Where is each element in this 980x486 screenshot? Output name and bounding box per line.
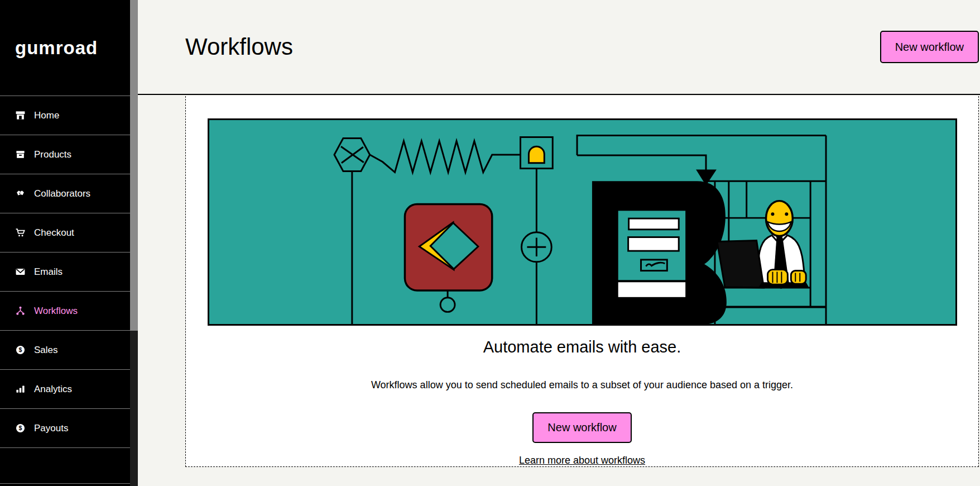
dollar-circle-icon: $ bbox=[15, 345, 26, 355]
archive-box-icon bbox=[15, 149, 26, 160]
sidebar-item-label: Products bbox=[34, 149, 71, 160]
workflow-icon bbox=[15, 306, 26, 316]
sidebar-item-label: Collaborators bbox=[34, 188, 90, 199]
new-workflow-button-empty-state[interactable]: New workflow bbox=[532, 412, 631, 443]
sidebar-nav: Home Products Collaborators Checkout bbox=[0, 96, 130, 484]
sidebar-item-label: Workflows bbox=[34, 306, 78, 317]
sidebar-item-products[interactable]: Products bbox=[0, 135, 130, 174]
page-header: Workflows New workflow bbox=[138, 0, 980, 95]
workflow-illustration bbox=[208, 118, 957, 326]
gumroad-app: gumroad Home Products Collaborators bbox=[0, 0, 980, 486]
sidebar-item-label: Analytics bbox=[34, 384, 72, 395]
sidebar-item-label: Sales bbox=[34, 345, 58, 356]
sidebar-item-label: Payouts bbox=[34, 423, 68, 434]
sidebar-item-payouts[interactable]: $ Payouts bbox=[0, 408, 130, 447]
new-workflow-button[interactable]: New workflow bbox=[880, 31, 979, 63]
sidebar-item-emails[interactable]: Emails bbox=[0, 252, 130, 291]
sidebar-item-label: Checkout bbox=[34, 227, 74, 239]
cart-icon bbox=[15, 227, 26, 238]
workflows-empty-state: Automate emails with ease. Workflows all… bbox=[185, 96, 979, 467]
main-area: Workflows New workflow bbox=[138, 0, 980, 486]
svg-text:$: $ bbox=[19, 425, 22, 431]
sidebar-spacer bbox=[0, 447, 130, 483]
sidebar-item-home[interactable]: Home bbox=[0, 96, 130, 135]
sidebar-item-collaborators[interactable]: Collaborators bbox=[0, 174, 130, 213]
sidebar: gumroad Home Products Collaborators bbox=[0, 0, 130, 486]
sidebar-bottom-divider bbox=[0, 483, 130, 484]
bar-chart-icon bbox=[15, 384, 26, 394]
storefront-icon bbox=[15, 110, 26, 121]
workflow-illustration-svg bbox=[209, 120, 955, 324]
empty-state-description: Workflows allow you to send scheduled em… bbox=[371, 379, 793, 391]
sidebar-scrollbar-track bbox=[130, 0, 138, 486]
sidebar-item-analytics[interactable]: Analytics bbox=[0, 369, 130, 408]
svg-text:$: $ bbox=[19, 346, 22, 353]
sidebar-item-sales[interactable]: $ Sales bbox=[0, 330, 130, 369]
handshake-icon bbox=[15, 188, 26, 199]
sidebar-item-checkout[interactable]: Checkout bbox=[0, 213, 130, 252]
learn-more-link[interactable]: Learn more about workflows bbox=[519, 455, 645, 466]
sidebar-item-workflows[interactable]: Workflows bbox=[0, 291, 130, 330]
empty-state-heading: Automate emails with ease. bbox=[483, 338, 681, 356]
dollar-circle-icon: $ bbox=[15, 423, 26, 433]
envelope-icon bbox=[15, 266, 26, 277]
gumroad-logo[interactable]: gumroad bbox=[0, 0, 130, 96]
page-title: Workflows bbox=[185, 34, 293, 60]
sidebar-scrollbar-thumb[interactable] bbox=[130, 0, 138, 331]
sidebar-item-label: Home bbox=[34, 110, 59, 121]
sidebar-item-label: Emails bbox=[34, 266, 63, 278]
